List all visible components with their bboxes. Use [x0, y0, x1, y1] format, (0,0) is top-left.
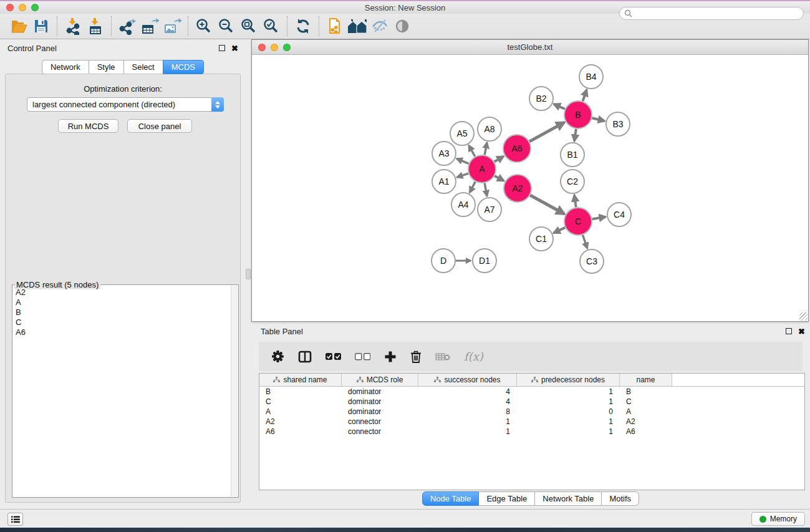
hide-graphics-details-icon[interactable] [369, 16, 391, 37]
run-mcds-button[interactable]: Run MCDS [58, 119, 118, 133]
table-row[interactable]: Cdominator41C [259, 397, 804, 407]
graph-node-C1[interactable]: C1 [529, 226, 554, 251]
open-session-icon[interactable] [7, 16, 30, 37]
save-session-icon[interactable] [30, 16, 52, 37]
table-cell[interactable]: 0 [517, 407, 620, 416]
tab-mcds[interactable]: MCDS [163, 60, 204, 74]
graph-node-A3[interactable]: A3 [432, 141, 456, 166]
graph-node-B[interactable]: B [564, 100, 592, 129]
table-row[interactable]: A6connector11A6 [259, 427, 804, 437]
graph-edge-A-A6[interactable] [494, 157, 504, 162]
graph-edge-A-A7[interactable] [485, 183, 487, 196]
network-zoom-button[interactable] [283, 44, 291, 51]
table-cell[interactable]: 4 [418, 397, 517, 406]
column-header-cell[interactable]: MCDS role [342, 374, 418, 386]
tab-style[interactable]: Style [89, 60, 124, 74]
table-cell[interactable]: 1 [517, 387, 620, 396]
graph-node-A[interactable]: A [468, 155, 496, 183]
graph-edge-C-C2[interactable] [574, 195, 576, 207]
close-panel-icon[interactable]: ✖ [231, 44, 238, 53]
criterion-dropdown[interactable]: largest connected component (directed) [27, 97, 224, 112]
graph-edge-A-A3[interactable] [456, 158, 468, 163]
split-columns-icon[interactable] [298, 351, 312, 363]
graph-node-B1[interactable]: B1 [560, 142, 585, 167]
import-network-icon[interactable] [62, 16, 84, 37]
graph-edge-A-A2[interactable] [494, 176, 504, 181]
graph-node-C2[interactable]: C2 [560, 169, 585, 194]
graph-edge-A-A5[interactable] [469, 145, 475, 157]
graph-edge-A-A8[interactable] [485, 143, 487, 155]
graph-node-B3[interactable]: B3 [605, 112, 630, 137]
tab-select[interactable]: Select [123, 60, 163, 74]
function-builder-icon[interactable]: f(x) [464, 350, 483, 363]
result-scrollbar[interactable] [231, 286, 238, 496]
table-cell[interactable]: 1 [517, 397, 620, 406]
table-row[interactable]: Bdominator41B [259, 387, 804, 397]
zoom-selected-icon[interactable] [260, 16, 282, 37]
graph-node-D[interactable]: D [431, 248, 456, 273]
close-panel-button[interactable]: Close panel [127, 119, 192, 133]
graph-node-C3[interactable]: C3 [579, 249, 604, 274]
delete-table-icon[interactable] [435, 352, 450, 361]
graph-node-A7[interactable]: A7 [477, 197, 502, 222]
network-canvas[interactable]: B4B2BB3A5A8A6A3B1AC2A1A2A4A7CC4C1C3DD1 [252, 56, 808, 321]
close-window-button[interactable] [6, 4, 14, 11]
graph-edge-A6-B[interactable] [529, 122, 564, 142]
graph-edge-B-B2[interactable] [554, 104, 565, 109]
settings-icon[interactable] [271, 350, 284, 363]
table-float-panel-icon[interactable] [786, 328, 792, 334]
import-table-icon[interactable] [84, 16, 107, 37]
mcds-result-item[interactable]: A2 [16, 288, 230, 297]
table-cell[interactable]: 4 [418, 387, 517, 396]
refresh-network-icon[interactable] [292, 16, 314, 37]
graph-edge-A2-C[interactable] [530, 195, 564, 214]
show-graphics-details-icon[interactable] [391, 16, 413, 37]
zoom-fit-icon[interactable] [238, 16, 260, 37]
table-cell[interactable]: dominator [342, 407, 418, 416]
add-column-icon[interactable] [384, 351, 397, 363]
graph-node-B2[interactable]: B2 [529, 86, 554, 111]
table-cell[interactable]: A6 [620, 427, 672, 436]
graph-node-A1[interactable]: A1 [432, 169, 456, 194]
table-cell[interactable]: connector [342, 417, 418, 426]
home-icon[interactable] [346, 16, 369, 37]
graph-edge-B-B4[interactable] [582, 90, 586, 101]
column-header-cell[interactable]: shared name [259, 374, 342, 386]
graph-node-C4[interactable]: C4 [607, 202, 632, 227]
table-cell[interactable]: dominator [342, 387, 418, 396]
table-cell[interactable]: 1 [418, 417, 517, 426]
graph-edge-C-C3[interactable] [582, 235, 587, 248]
network-minimize-button[interactable] [271, 44, 278, 51]
graph-node-A4[interactable]: A4 [451, 192, 476, 217]
deselect-all-checkboxes-icon[interactable] [355, 353, 370, 360]
tab-edge-table[interactable]: Edge Table [478, 491, 535, 506]
memory-button[interactable]: Memory [751, 512, 805, 526]
table-row[interactable]: Adominator80A [259, 407, 804, 417]
tab-network-table[interactable]: Network Table [534, 491, 602, 506]
graph-node-A2[interactable]: A2 [503, 174, 532, 203]
select-all-checkboxes-icon[interactable] [325, 353, 341, 360]
table-cell[interactable]: C [259, 397, 342, 406]
network-close-button[interactable] [258, 44, 266, 51]
table-row[interactable]: A2connector11A2 [259, 417, 804, 427]
table-cell[interactable]: A [620, 407, 672, 416]
table-cell[interactable]: A2 [620, 417, 672, 426]
float-panel-icon[interactable] [219, 45, 225, 51]
table-cell[interactable]: 8 [418, 407, 517, 416]
graph-edge-A-A1[interactable] [457, 173, 468, 177]
zoom-out-icon[interactable] [215, 16, 238, 37]
mcds-result-item[interactable]: A [16, 297, 230, 307]
show-panels-list-button[interactable] [7, 513, 23, 526]
table-cell[interactable]: C [620, 397, 672, 406]
panel-splitter-grip[interactable] [246, 269, 251, 279]
delete-columns-icon[interactable] [410, 350, 422, 363]
table-cell[interactable]: B [259, 387, 342, 396]
zoom-window-button[interactable] [31, 4, 39, 11]
table-cell[interactable]: B [620, 387, 672, 396]
graph-node-B4[interactable]: B4 [579, 64, 604, 89]
table-cell[interactable]: A [259, 407, 342, 416]
search-field[interactable] [619, 7, 804, 20]
mcds-result-item[interactable]: B [16, 307, 230, 317]
table-cell[interactable]: 1 [517, 417, 620, 426]
export-network-icon[interactable] [116, 16, 138, 37]
